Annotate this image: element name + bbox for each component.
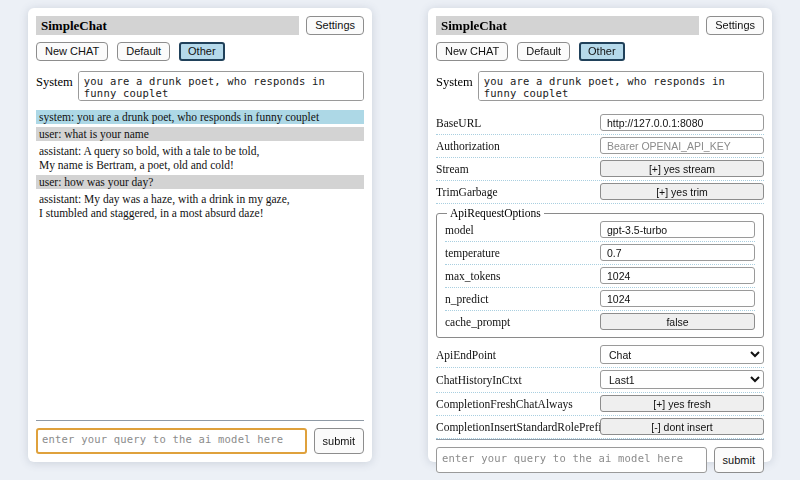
chat-message-assistant: assistant: A query so bold, with a tale …: [36, 144, 364, 172]
max-tokens-input[interactable]: [600, 267, 755, 284]
setting-row-max-tokens: max_tokens: [445, 265, 755, 288]
setting-row-model: model: [445, 219, 755, 242]
model-label: model: [445, 224, 600, 236]
baseurl-label: BaseURL: [436, 117, 600, 129]
n-predict-input[interactable]: [600, 290, 755, 307]
authorization-input[interactable]: [600, 137, 764, 154]
query-input[interactable]: [36, 428, 307, 454]
session-tabs: New CHAT Default Other: [36, 42, 364, 61]
temperature-input[interactable]: [600, 244, 755, 261]
trimgarbage-toggle-button[interactable]: [+] yes trim: [600, 183, 764, 200]
query-input[interactable]: [436, 447, 707, 473]
cache-prompt-toggle-button[interactable]: false: [600, 313, 755, 330]
system-prompt-input[interactable]: you are a drunk poet, who responds in fu…: [478, 71, 764, 101]
desktop-background: SimpleChat Settings New CHAT Default Oth…: [0, 0, 800, 480]
completionfreshchatalways-toggle-button[interactable]: [+] yes fresh: [600, 395, 764, 412]
setting-row-temperature: temperature: [445, 242, 755, 265]
chathistoryinctxt-select[interactable]: Last1: [600, 370, 764, 389]
settings-button[interactable]: Settings: [706, 16, 764, 35]
n-predict-label: n_predict: [445, 293, 600, 305]
stream-toggle-button[interactable]: [+] yes stream: [600, 160, 764, 177]
max-tokens-label: max_tokens: [445, 270, 600, 282]
setting-row-n-predict: n_predict: [445, 288, 755, 311]
setting-row-completioninsertstandardroleprefix: CompletionInsertStandardRolePrefix [-] d…: [436, 416, 764, 439]
chat-message-user: user: how was your day?: [36, 175, 364, 189]
chat-message-system: system: you are a drunk poet, who respon…: [36, 110, 364, 124]
chat-message-list: system: you are a drunk poet, who respon…: [36, 110, 364, 220]
session-default-button[interactable]: Default: [117, 42, 170, 61]
api-request-options-group: ApiRequestOptions model temperature max_…: [436, 207, 764, 338]
apiendpoint-select[interactable]: Chat: [600, 345, 764, 364]
empty-space: [36, 220, 364, 420]
setting-row-baseurl: BaseURL: [436, 112, 764, 135]
divider: [36, 420, 364, 421]
completioninsertstandardroleprefix-label: CompletionInsertStandardRolePrefix: [436, 421, 600, 433]
temperature-label: temperature: [445, 247, 600, 259]
session-tabs: New CHAT Default Other: [436, 42, 764, 61]
system-label: System: [436, 71, 473, 90]
app-title: SimpleChat: [436, 16, 699, 35]
session-other-button[interactable]: Other: [579, 42, 625, 61]
completionfreshchatalways-label: CompletionFreshChatAlways: [436, 398, 600, 410]
setting-row-completionfreshchatalways: CompletionFreshChatAlways [+] yes fresh: [436, 393, 764, 416]
setting-row-authorization: Authorization: [436, 135, 764, 158]
system-label: System: [36, 71, 73, 90]
authorization-label: Authorization: [436, 140, 600, 152]
new-chat-button[interactable]: New CHAT: [36, 42, 108, 61]
divider: [436, 439, 764, 440]
model-input[interactable]: [600, 221, 755, 238]
setting-row-apiendpoint: ApiEndPoint Chat: [436, 343, 764, 368]
stream-label: Stream: [436, 163, 600, 175]
query-row: submit: [36, 428, 364, 454]
api-request-options-legend: ApiRequestOptions: [447, 207, 544, 219]
system-prompt-input[interactable]: you are a drunk poet, who responds in fu…: [78, 71, 364, 101]
completioninsertstandardroleprefix-toggle-button[interactable]: [-] dont insert: [600, 418, 764, 435]
submit-button[interactable]: submit: [714, 447, 764, 473]
settings-header: SimpleChat Settings: [436, 16, 764, 35]
query-row: submit: [436, 447, 764, 473]
chat-message-user: user: what is your name: [36, 127, 364, 141]
setting-row-chathistoryinctxt: ChatHistoryInCtxt Last1: [436, 368, 764, 393]
settings-form: BaseURL Authorization Stream [+] yes str…: [436, 112, 764, 439]
session-other-button[interactable]: Other: [179, 42, 225, 61]
submit-button[interactable]: submit: [314, 428, 364, 454]
apiendpoint-label: ApiEndPoint: [436, 349, 600, 361]
chat-panel: SimpleChat Settings New CHAT Default Oth…: [28, 8, 372, 462]
system-prompt-row: System you are a drunk poet, who respond…: [436, 71, 764, 101]
setting-row-trimgarbage: TrimGarbage [+] yes trim: [436, 181, 764, 204]
new-chat-button[interactable]: New CHAT: [436, 42, 508, 61]
session-default-button[interactable]: Default: [517, 42, 570, 61]
trimgarbage-label: TrimGarbage: [436, 186, 600, 198]
baseurl-input[interactable]: [600, 114, 764, 131]
settings-button[interactable]: Settings: [306, 16, 364, 35]
setting-row-stream: Stream [+] yes stream: [436, 158, 764, 181]
chat-header: SimpleChat Settings: [36, 16, 364, 35]
app-title: SimpleChat: [36, 16, 299, 35]
chathistoryinctxt-label: ChatHistoryInCtxt: [436, 374, 600, 386]
chat-message-assistant: assistant: My day was a haze, with a dri…: [36, 192, 364, 220]
system-prompt-row: System you are a drunk poet, who respond…: [36, 71, 364, 101]
settings-panel: SimpleChat Settings New CHAT Default Oth…: [428, 8, 772, 462]
setting-row-cache-prompt: cache_prompt false: [445, 311, 755, 333]
cache-prompt-label: cache_prompt: [445, 316, 600, 328]
